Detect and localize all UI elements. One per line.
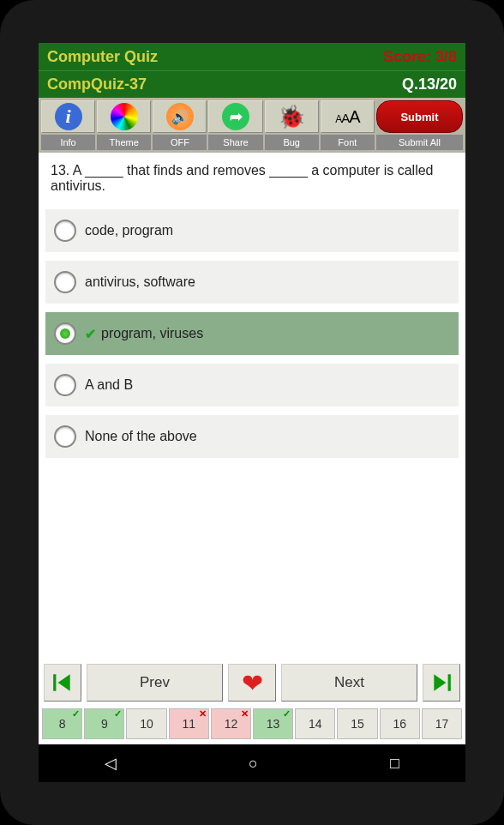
q-cell-8[interactable]: 8✓ — [42, 708, 82, 739]
question-grid: 8✓9✓1011✕12✕13✓14151617 — [39, 707, 465, 744]
favorite-button[interactable]: ❤ — [228, 664, 276, 702]
submit-label: Submit — [400, 111, 438, 123]
cross-icon: ✕ — [241, 708, 249, 720]
radio-icon — [54, 322, 76, 345]
option-0[interactable]: code, program — [45, 209, 459, 252]
score-label: Score: 3/8 — [383, 48, 457, 66]
radio-icon — [54, 271, 76, 293]
sound-button[interactable]: 🔊 — [153, 100, 207, 133]
question-counter: Q.13/20 — [402, 75, 457, 93]
home-icon[interactable]: ○ — [249, 755, 258, 773]
radio-icon — [54, 425, 76, 448]
question-text: 13. A _____ that finds and removes _____… — [45, 163, 459, 194]
nav-bar: Prev ❤ Next — [39, 659, 465, 707]
check-icon: ✔ — [85, 326, 96, 342]
bug-icon: 🐞 — [278, 104, 305, 130]
check-icon: ✓ — [72, 708, 80, 720]
sound-label: OFF — [153, 135, 207, 150]
device-frame: Computer Quiz Score: 3/8 CompQuiz-37 Q.1… — [0, 0, 504, 825]
share-icon: ➦ — [222, 103, 249, 130]
recents-icon[interactable]: □ — [390, 755, 399, 773]
q-cell-14[interactable]: 14 — [295, 708, 335, 739]
theme-icon — [111, 103, 138, 130]
submit-all-label: Submit All — [376, 135, 463, 150]
q-cell-11[interactable]: 11✕ — [169, 708, 209, 739]
option-4[interactable]: None of the above — [45, 415, 459, 458]
theme-button[interactable] — [97, 100, 151, 133]
last-button[interactable] — [423, 664, 460, 702]
option-label: antivirus, software — [85, 274, 195, 290]
svg-rect-1 — [448, 674, 451, 691]
q-cell-15[interactable]: 15 — [337, 708, 377, 739]
toolbar: i Info Theme 🔊 OFF ➦ Share 🐞 Bug — [39, 98, 465, 153]
question-area: 13. A _____ that finds and removes _____… — [39, 153, 465, 659]
check-icon: ✓ — [283, 708, 291, 720]
share-label: Share — [208, 135, 262, 150]
app-title: Computer Quiz — [47, 48, 158, 66]
next-button[interactable]: Next — [281, 664, 417, 702]
option-2[interactable]: ✔program, viruses — [45, 312, 459, 355]
check-icon: ✓ — [114, 708, 122, 720]
theme-label: Theme — [97, 135, 151, 150]
option-label: A and B — [85, 377, 133, 393]
cross-icon: ✕ — [199, 708, 207, 720]
system-nav: ◁ ○ □ — [39, 744, 465, 782]
bug-label: Bug — [265, 135, 319, 150]
next-label: Next — [334, 674, 364, 691]
info-button[interactable]: i — [41, 100, 95, 133]
q-cell-17[interactable]: 17 — [422, 708, 462, 739]
q-cell-16[interactable]: 16 — [380, 708, 420, 739]
q-cell-9[interactable]: 9✓ — [84, 708, 124, 739]
option-label: code, program — [85, 223, 173, 238]
app-screen: Computer Quiz Score: 3/8 CompQuiz-37 Q.1… — [39, 43, 465, 782]
svg-rect-0 — [53, 674, 56, 691]
q-cell-12[interactable]: 12✕ — [211, 708, 251, 739]
info-label: Info — [41, 135, 95, 150]
first-icon — [51, 671, 74, 694]
prev-label: Prev — [140, 674, 170, 691]
last-icon — [430, 671, 453, 694]
option-label: program, viruses — [101, 326, 203, 341]
heart-icon: ❤ — [242, 668, 263, 698]
q-cell-10[interactable]: 10 — [126, 708, 166, 739]
header-top: Computer Quiz Score: 3/8 — [39, 43, 465, 70]
option-1[interactable]: antivirus, software — [45, 261, 459, 304]
radio-icon — [54, 220, 76, 242]
header-sub: CompQuiz-37 Q.13/20 — [39, 70, 465, 98]
font-icon: AAA — [335, 107, 359, 127]
sound-icon: 🔊 — [166, 103, 194, 130]
info-icon: i — [55, 103, 82, 130]
submit-button[interactable]: Submit — [376, 100, 463, 133]
option-label: None of the above — [85, 429, 197, 444]
first-button[interactable] — [44, 664, 81, 702]
font-button[interactable]: AAA — [321, 100, 375, 133]
options-list: code, programantivirus, software✔program… — [45, 209, 459, 458]
q-cell-13[interactable]: 13✓ — [253, 708, 293, 739]
share-button[interactable]: ➦ — [208, 100, 262, 133]
back-icon[interactable]: ◁ — [105, 754, 117, 773]
prev-button[interactable]: Prev — [87, 664, 223, 702]
option-3[interactable]: A and B — [45, 364, 459, 406]
font-label: Font — [321, 135, 375, 150]
bug-button[interactable]: 🐞 — [265, 100, 319, 133]
quiz-name: CompQuiz-37 — [47, 75, 147, 93]
radio-icon — [54, 374, 76, 396]
